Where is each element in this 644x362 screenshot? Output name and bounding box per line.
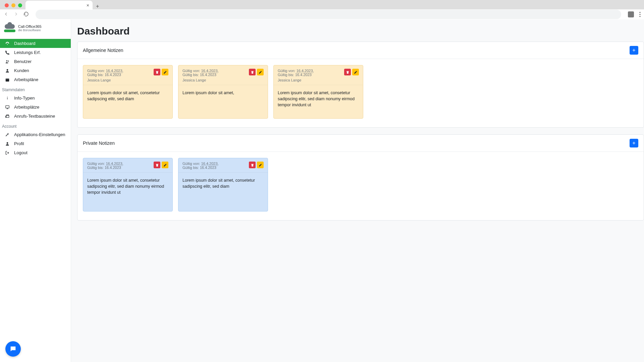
valid-to-date: 16.4.2023 <box>105 166 121 170</box>
logo-text: Call-Office365 die Bürosoftware <box>18 24 42 32</box>
note-meta: Gültig von: 16.4.2023, Gültig bis: 16.4.… <box>87 69 123 82</box>
info-icon <box>5 96 10 101</box>
panel-header: Allgemeine Notizen + <box>77 42 644 59</box>
panel-private-notes: Private Notizen + Gültig von: 16.4.2023, <box>77 134 644 221</box>
sidebar-item-arbeitsplaetze[interactable]: Arbeitsplätze <box>0 103 71 112</box>
valid-from-label: Gültig von: <box>182 162 200 166</box>
svg-rect-15 <box>7 115 9 115</box>
panel-title: Private Notizen <box>83 140 115 146</box>
user-icon <box>5 68 10 73</box>
valid-to-date: 16.4.2023 <box>295 73 312 77</box>
logout-icon <box>5 150 10 155</box>
valid-from-label: Gültig von: <box>87 69 105 73</box>
add-private-note-button[interactable]: + <box>630 139 638 147</box>
edit-note-button[interactable] <box>162 162 168 168</box>
sidebar-item-profil[interactable]: Profil <box>0 139 71 148</box>
note-actions <box>154 162 168 170</box>
delete-note-button[interactable] <box>154 69 160 75</box>
note-card: Gültig von: 16.4.2023, Gültig bis: 16.4.… <box>83 65 173 119</box>
sidebar-item-kunden[interactable]: Kunden <box>0 66 71 75</box>
new-tab-button[interactable]: + <box>93 3 102 9</box>
edit-note-button[interactable] <box>257 162 264 168</box>
valid-to-date: 16.4.2023 <box>200 73 216 77</box>
fax-icon <box>5 114 10 119</box>
note-header: Gültig von: 16.4.2023, Gültig bis: 16.4.… <box>274 65 363 85</box>
trash-icon <box>346 70 350 74</box>
window-maximize-icon[interactable] <box>18 3 22 7</box>
sidebar-item-label: Dashboard <box>14 41 36 46</box>
sidebar-item-label: Applikations-Einstellungen <box>14 132 65 137</box>
wrench-icon <box>5 132 10 137</box>
window-minimize-icon[interactable] <box>11 3 15 7</box>
pencil-icon <box>163 70 167 74</box>
note-author: Jessica Lange <box>87 78 123 82</box>
valid-to-label: Gültig bis: <box>87 166 104 170</box>
address-bar[interactable] <box>36 10 621 19</box>
note-card: Gültig von: 16.4.2023, Gültig bis: 16.4.… <box>178 158 268 212</box>
browser-menu-icon[interactable] <box>639 12 641 17</box>
plus-icon: + <box>632 47 635 53</box>
delete-note-button[interactable] <box>249 162 256 168</box>
note-actions <box>344 69 359 82</box>
sidebar-item-label: Profil <box>14 141 24 146</box>
close-tab-icon[interactable]: × <box>87 3 89 8</box>
logo: Call-Office365 die Bürosoftware <box>0 19 71 37</box>
note-card: Gültig von: 16.4.2023, Gültig bis: 16.4.… <box>83 158 173 212</box>
svg-point-3 <box>6 60 8 61</box>
extension-icon[interactable] <box>628 11 634 17</box>
calendar-icon <box>5 77 10 82</box>
sidebar-item-infotypen[interactable]: Info-Typen <box>0 94 71 103</box>
sidebar-item-label: Anrufs-Textbausteine <box>14 114 55 119</box>
sidebar-item-leistungs[interactable]: Leistungs Erf. <box>0 48 71 57</box>
users-icon <box>5 59 10 64</box>
svg-point-9 <box>7 97 8 97</box>
svg-point-16 <box>7 142 8 144</box>
sidebar-item-appsettings[interactable]: Applikations-Einstellungen <box>0 130 71 139</box>
window-close-icon[interactable] <box>5 3 9 7</box>
browser-tab[interactable]: × <box>25 1 93 9</box>
sidebar-item-label: Info-Typen <box>14 96 35 101</box>
note-body: Lorem ipsum dolor sit amet, consetetur s… <box>83 85 172 118</box>
add-general-note-button[interactable]: + <box>630 46 638 55</box>
gauge-icon <box>5 41 10 46</box>
user-icon <box>5 141 10 146</box>
edit-note-button[interactable] <box>257 69 264 75</box>
tab-row: × + <box>0 0 644 9</box>
phone-icon <box>5 50 10 55</box>
valid-to-date: 16.4.2023 <box>200 166 216 170</box>
sidebar-item-textbausteine[interactable]: Anrufs-Textbausteine <box>0 112 71 121</box>
sidebar-item-logout[interactable]: Logout <box>0 148 71 157</box>
svg-point-1 <box>639 14 640 15</box>
sidebar-item-dashboard[interactable]: Dashboard <box>0 39 71 48</box>
delete-note-button[interactable] <box>344 69 351 75</box>
svg-point-5 <box>7 69 8 71</box>
chrome-actions <box>628 11 641 17</box>
note-meta: Gültig von: 16.4.2023, Gültig bis: 16.4.… <box>182 162 219 170</box>
note-header: Gültig von: 16.4.2023, Gültig bis: 16.4.… <box>178 65 268 85</box>
svg-point-0 <box>639 12 640 13</box>
note-meta: Gültig von: 16.4.2023, Gültig bis: 16.4.… <box>87 162 123 170</box>
back-button[interactable] <box>3 11 9 18</box>
reload-button[interactable] <box>23 11 29 18</box>
valid-from-label: Gültig von: <box>278 69 296 73</box>
svg-rect-14 <box>6 116 6 117</box>
logo-mark-icon <box>4 24 15 32</box>
pencil-icon <box>259 70 262 74</box>
note-body: Lorem ipsum dolor sit amet, <box>178 85 268 118</box>
note-header: Gültig von: 16.4.2023, Gültig bis: 16.4.… <box>83 158 172 173</box>
logo-line1: Call-Office365 <box>18 24 42 28</box>
note-meta: Gültig von: 16.4.2023, Gültig bis: 16.4.… <box>278 69 314 82</box>
sidebar-item-arbeitsplaene[interactable]: Arbeitspläne <box>0 75 71 84</box>
forward-button[interactable] <box>13 11 19 18</box>
edit-note-button[interactable] <box>352 69 359 75</box>
sidebar-item-benutzer[interactable]: Benutzer <box>0 57 71 66</box>
note-actions <box>249 69 264 82</box>
page-title: Dashboard <box>77 25 644 37</box>
window-controls <box>3 3 25 9</box>
note-header: Gültig von: 16.4.2023, Gültig bis: 16.4.… <box>178 158 268 173</box>
delete-note-button[interactable] <box>249 69 256 75</box>
chat-fab-button[interactable] <box>5 341 21 357</box>
edit-note-button[interactable] <box>162 69 168 75</box>
delete-note-button[interactable] <box>154 162 160 168</box>
valid-to-label: Gültig bis: <box>182 73 199 77</box>
